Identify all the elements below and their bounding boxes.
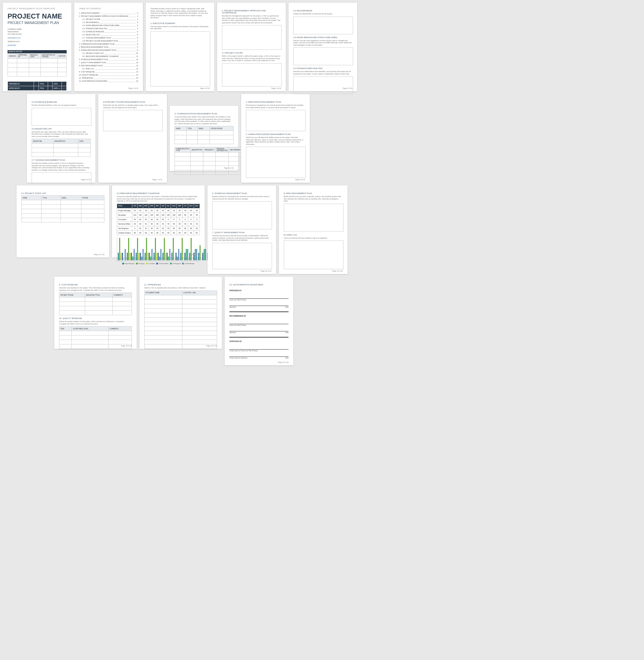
page-11: 5.2 RESOURCE REQUIREMENT CALENDAR A reso… — [112, 185, 205, 258]
content-box — [222, 63, 282, 87]
contacts-table: NAMETITLEEMAILOFFICE PHONE — [174, 126, 234, 144]
appendices-table: DOCUMENT NAMELOCATION / LINK — [144, 291, 217, 349]
intro-text: [Template provides a basic outline for a… — [150, 8, 210, 19]
page-number: Page 11 of 16 — [189, 253, 200, 255]
project-title: PROJECT NAME — [8, 12, 67, 20]
milestone-table: MILESTONEDESCRIPTIONDATE — [32, 139, 91, 157]
cost-baseline-table: PROJECT PHASEBUDGETED TOTALCOMMENTS — [59, 293, 132, 315]
page-15: 11. APPENDICES Attach or link to separat… — [139, 277, 222, 349]
page-number: Page 4 of 16 — [271, 87, 281, 89]
toc-list: 1 EXECUTIVE SUMMARY32 PROJECT MANAGEMENT… — [79, 12, 138, 83]
section-wbs: 2.3 WORK BREAKDOWN STRUCTURE (WBS) — [293, 36, 352, 38]
toc-heading: TABLE OF CONTENTS — [79, 8, 138, 10]
page-4: 2. PROJECT MANAGEMENT APPROACH AND GOVER… — [217, 3, 286, 91]
prepared-by-label: PREPARED BY — [229, 289, 289, 292]
staff-table: NAMETITLEEMAILPHONE — [21, 195, 104, 223]
page-number: Page 16 of 16 — [278, 361, 289, 363]
section-scope: 2.1 PROJECT SCOPE — [222, 52, 281, 54]
page-13: 8. RISK MANAGEMENT PLAN Briefly describe… — [279, 185, 348, 274]
template-label: PROJECT MANAGEMENT PLAN TEMPLATE — [8, 8, 67, 10]
recommended-by-label: RECOMMENDED BY — [229, 315, 289, 317]
page-number: Page 12 of 16 — [261, 270, 271, 272]
content-box — [293, 76, 353, 94]
page-1: PROJECT MANAGEMENT PLAN TEMPLATE PROJECT… — [3, 3, 71, 91]
page-7: 2.8 PROJECT SCOPE MANAGEMENT PLAN Detail… — [98, 94, 167, 183]
section-stakeholder: 2.4 STAKEHOLDER ANALYSIS — [293, 67, 352, 69]
page-10: 5.1 PROJECT STAFF LIST NAMETITLEEMAILPHO… — [16, 185, 109, 258]
section-deliverables: 2.2 DELIVERABLES — [293, 10, 352, 12]
page-6: 2.5 SCHEDULE BASELINE Provide schedule b… — [27, 94, 95, 183]
page-number: Page 5 of 16 — [343, 87, 352, 89]
page-number: Page 7 of 16 — [152, 179, 162, 181]
content-box — [150, 31, 210, 87]
page-14: 9. COST BASELINE Detail the cost baselin… — [54, 277, 137, 349]
content-box — [222, 25, 282, 50]
version-history-title: VERSION HISTORY — [8, 50, 67, 53]
page-number: Page 8 of 16 — [224, 167, 234, 169]
page-number: Page 10 of 16 — [94, 253, 104, 255]
page-9: 4. RESOURCE MANAGEMENT PLAN Procurement … — [241, 94, 310, 183]
resource-calendar-table: ROLEJANFEBMARAPRMAYJUNJULAUGSEPOCTNOVDEC… — [117, 204, 200, 235]
section-executive-summary: 1. EXECUTIVE SUMMARY — [150, 22, 210, 24]
chart-legend: Project ManagerDeveloperConsultantTechni… — [117, 263, 200, 264]
project-subtitle: PROJECT MANAGEMENT PLAN — [8, 21, 67, 25]
page-number: Page 13 of 16 — [332, 270, 343, 272]
approved-by-label: APPROVED BY — [229, 340, 289, 342]
page-16: 12. AUTHORIZATION SIGNATURES PREPARED BY… — [225, 277, 293, 365]
section-approach: 2. PROJECT MANAGEMENT APPROACH AND GOVER… — [222, 10, 281, 14]
version-history-table: VERSIONAPPROVED BYREVISION DATEDESCRIPTI… — [8, 53, 67, 77]
page-number: Page 9 of 16 — [295, 179, 305, 181]
page-number: Page 3 of 16 — [200, 87, 210, 89]
company-meta: COMPANY NAMEStreet AddressCity, State an… — [8, 28, 67, 47]
content-box — [293, 47, 353, 65]
page-number: Page 15 of 16 — [206, 345, 217, 347]
page-8: 3. COMMUNICATIONS MANAGEMENT PLAN A comm… — [170, 106, 238, 171]
resource-bar-chart — [117, 237, 200, 261]
page-number: Page 6 of 16 — [81, 179, 91, 181]
page-3: [Template provides a basic outline for a… — [146, 3, 214, 91]
page-5: 2.2 DELIVERABLES Identify the deliverabl… — [289, 3, 357, 91]
content-box — [293, 16, 353, 34]
page-number: Page 2 of 16 — [128, 87, 138, 89]
page-2: TABLE OF CONTENTS 1 EXECUTIVE SUMMARY32 … — [74, 3, 143, 91]
page-12: 6. SCHEDULE MANAGEMENT PLAN Explain meth… — [207, 185, 276, 274]
page-number: Page 1 of 16 — [57, 87, 67, 89]
page-number: Page 14 of 16 — [121, 345, 132, 347]
